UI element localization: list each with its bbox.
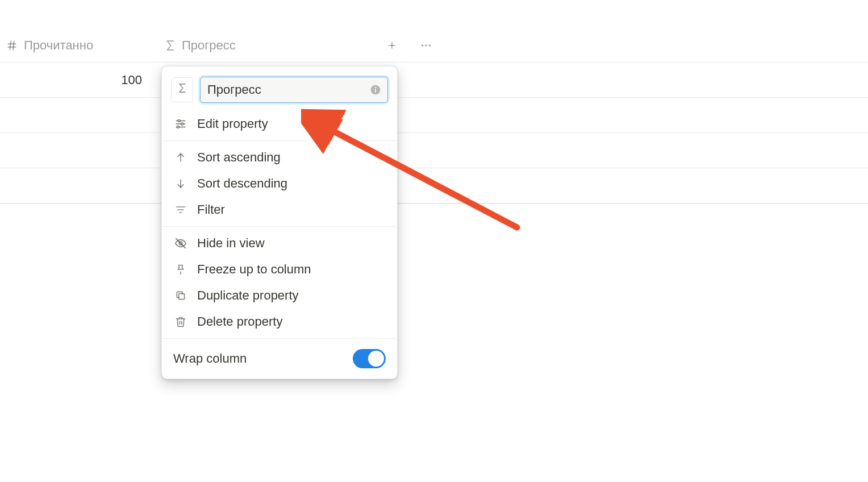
- sliders-icon: [173, 117, 188, 131]
- svg-point-7: [425, 44, 427, 47]
- pin-icon: [173, 262, 188, 277]
- column-options-button[interactable]: [409, 28, 443, 62]
- sigma-icon: [177, 82, 187, 97]
- info-icon[interactable]: [369, 84, 382, 96]
- wrap-column-toggle[interactable]: [353, 349, 386, 368]
- menu-item-hide[interactable]: Hide in view: [162, 230, 397, 256]
- svg-rect-25: [179, 294, 185, 300]
- menu-item-label: Duplicate property: [197, 288, 299, 303]
- menu-item-wrap-column[interactable]: Wrap column: [162, 342, 397, 376]
- menu-item-edit-property[interactable]: Edit property: [162, 111, 397, 137]
- menu-item-label: Delete property: [197, 314, 282, 329]
- trash-icon: [173, 314, 188, 329]
- property-menu: Edit property Sort ascending Sort descen…: [161, 66, 398, 379]
- menu-item-sort-ascending[interactable]: Sort ascending: [162, 144, 397, 171]
- menu-item-label: Sort ascending: [197, 150, 281, 165]
- menu-item-delete[interactable]: Delete property: [162, 309, 397, 335]
- database-table: Прочитанно Прогресс: [0, 28, 868, 204]
- menu-item-filter[interactable]: Filter: [162, 197, 397, 223]
- svg-point-17: [177, 126, 180, 128]
- arrow-up-icon: [173, 150, 188, 165]
- more-horizontal-icon: [420, 39, 432, 52]
- menu-separator: [162, 140, 397, 141]
- menu-item-label: Edit property: [197, 117, 268, 131]
- toggle-knob: [368, 351, 384, 367]
- arrow-down-icon: [173, 176, 188, 191]
- property-name-input[interactable]: [206, 82, 365, 98]
- menu-item-freeze[interactable]: Freeze up to column: [162, 256, 397, 282]
- property-type-button[interactable]: [171, 77, 193, 102]
- hash-icon: [6, 39, 18, 52]
- column-header-progress-label: Прогресс: [182, 38, 236, 53]
- table-row[interactable]: 100: [0, 63, 868, 98]
- eye-off-icon: [173, 236, 188, 251]
- table-row[interactable]: [0, 133, 868, 168]
- svg-line-3: [13, 40, 14, 50]
- column-header-read-label: Прочитанно: [24, 38, 93, 53]
- table-header-row: Прочитанно Прогресс: [0, 28, 868, 63]
- table-row[interactable]: [0, 98, 868, 133]
- svg-line-2: [10, 40, 11, 50]
- property-name-row: [162, 72, 397, 111]
- filter-icon: [173, 202, 188, 217]
- cell-read-value[interactable]: 100: [0, 63, 159, 97]
- svg-point-6: [422, 44, 424, 47]
- table-row[interactable]: [0, 168, 868, 203]
- menu-item-label: Filter: [197, 202, 225, 217]
- svg-point-13: [178, 120, 180, 122]
- menu-separator: [162, 226, 397, 227]
- copy-icon: [173, 288, 188, 303]
- column-header-progress[interactable]: Прогресс: [159, 28, 375, 62]
- menu-item-label: Hide in view: [197, 236, 265, 251]
- property-name-input-wrap[interactable]: [200, 77, 388, 103]
- plus-icon: [386, 40, 398, 51]
- svg-point-8: [429, 44, 431, 47]
- sigma-icon: [165, 39, 176, 52]
- cell-value: 100: [121, 73, 142, 88]
- menu-item-label: Wrap column: [173, 351, 247, 366]
- menu-separator: [162, 338, 397, 339]
- menu-item-duplicate[interactable]: Duplicate property: [162, 282, 397, 309]
- menu-item-label: Freeze up to column: [197, 262, 311, 277]
- svg-rect-10: [375, 89, 376, 92]
- add-column-button[interactable]: [375, 28, 409, 62]
- menu-item-label: Sort descending: [197, 176, 287, 191]
- menu-item-sort-descending[interactable]: Sort descending: [162, 171, 397, 197]
- svg-point-15: [181, 123, 183, 125]
- column-header-read[interactable]: Прочитанно: [0, 28, 159, 62]
- svg-rect-11: [375, 87, 376, 88]
